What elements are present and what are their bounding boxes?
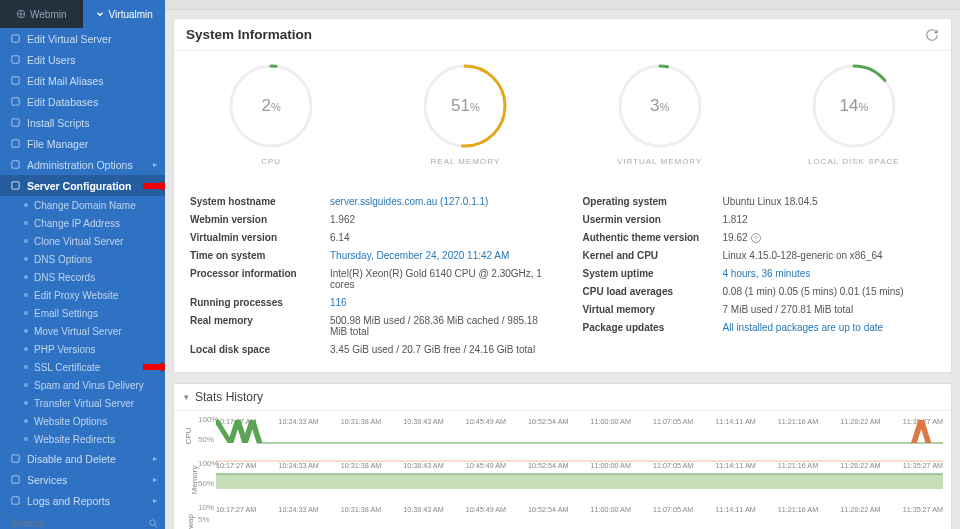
sidebar-item-label: Logs and Reports xyxy=(27,495,110,507)
stats-area: CPU 100%50% 10:17:27 AM10:24:33 AM10:31:… xyxy=(174,411,951,529)
sidebar-sub-3[interactable]: DNS Options xyxy=(0,250,165,268)
webmin-icon xyxy=(16,9,26,19)
search-input[interactable] xyxy=(10,517,142,529)
info-value: Ubuntu Linux 18.04.5 xyxy=(723,196,818,207)
gauge-local-disk-space: 14% LOCAL DISK SPACE xyxy=(757,61,951,166)
info-value: Linux 4.15.0-128-generic on x86_64 xyxy=(723,250,883,261)
svg-rect-4 xyxy=(12,98,19,105)
red-arrow-annotation xyxy=(143,183,165,189)
gauge-real-memory: 51% REAL MEMORY xyxy=(368,61,562,166)
info-key: Virtualmin version xyxy=(190,232,330,243)
info-link[interactable]: Thursday, December 24, 2020 11:42 AM xyxy=(330,250,509,261)
sidebar-item-2[interactable]: Edit Mail Aliases xyxy=(0,70,165,91)
chevron-right-icon: ▸ xyxy=(153,496,157,505)
refresh-icon[interactable] xyxy=(925,28,939,42)
sidebar-sub-4[interactable]: DNS Records xyxy=(0,268,165,286)
sidebar-sub-13[interactable]: Website Redirects xyxy=(0,430,165,448)
info-link[interactable]: 116 xyxy=(330,297,347,308)
sidebar-item-3[interactable]: Edit Databases xyxy=(0,91,165,112)
sidebar-sub-10[interactable]: Spam and Virus Delivery xyxy=(0,376,165,394)
sidebar-item-0[interactable]: Edit Virtual Server xyxy=(0,28,165,49)
bullet-icon xyxy=(24,293,28,297)
sidebar-sub-label: Spam and Virus Delivery xyxy=(34,380,144,391)
bullet-icon xyxy=(24,347,28,351)
info-link[interactable]: server.sslguides.com.au (127.0.1.1) xyxy=(330,196,488,207)
info-link[interactable]: 4 hours, 36 minutes xyxy=(723,268,811,279)
sidebar-sub-label: Move Virtual Server xyxy=(34,326,122,337)
tab-webmin[interactable]: Webmin xyxy=(0,0,83,28)
sidebar-sub-label: DNS Options xyxy=(34,254,92,265)
info-link[interactable]: All installed packages are up to date xyxy=(723,322,884,333)
tab-virtualmin[interactable]: Virtualmin xyxy=(83,0,166,28)
info-value: 116 xyxy=(330,297,347,308)
stats-ylabel: CPU xyxy=(184,428,193,445)
sidebar-item-label: Administration Options xyxy=(27,159,133,171)
sidebar-sub-7[interactable]: Move Virtual Server xyxy=(0,322,165,340)
info-key: System uptime xyxy=(583,268,723,279)
info-row: Local disk space3.45 GiB used / 20.7 GiB… xyxy=(190,340,543,358)
sidebar-item2-2[interactable]: Logs and Reports▸ xyxy=(0,490,165,511)
sidebar-sub-9[interactable]: SSL Certificate xyxy=(0,358,165,376)
info-key: Kernel and CPU xyxy=(583,250,723,261)
info-value: Intel(R) Xeon(R) Gold 6140 CPU @ 2.30GHz… xyxy=(330,268,543,290)
chevron-down-icon xyxy=(95,9,105,19)
sidebar-sub-1[interactable]: Change IP Address xyxy=(0,214,165,232)
sidebar-item2-1[interactable]: Services▸ xyxy=(0,469,165,490)
sidebar-item-6[interactable]: Administration Options▸ xyxy=(0,154,165,175)
sidebar-sub-label: Clone Virtual Server xyxy=(34,236,123,247)
sidebar-sub-6[interactable]: Email Settings xyxy=(0,304,165,322)
info-key: CPU load averages xyxy=(583,286,723,297)
info-key: Webmin version xyxy=(190,214,330,225)
help-icon[interactable]: ? xyxy=(751,233,761,243)
info-row: Running processes116 xyxy=(190,293,543,311)
sidebar-sub-12[interactable]: Website Options xyxy=(0,412,165,430)
svg-rect-7 xyxy=(12,161,19,168)
sidebar-sub-5[interactable]: Edit Proxy Website xyxy=(0,286,165,304)
sidebar-item-label: Edit Databases xyxy=(27,96,98,108)
search-row xyxy=(0,511,165,529)
sidebar-sub-2[interactable]: Clone Virtual Server xyxy=(0,232,165,250)
sidebar-item-label: Services xyxy=(27,474,67,486)
stats-row-memory: Memory 100%50% 10:17:27 AM10:24:33 AM10:… xyxy=(198,459,943,501)
gauge-dial: 14% xyxy=(809,61,899,151)
search-icon[interactable] xyxy=(148,518,159,529)
info-value: All installed packages are up to date xyxy=(723,322,884,333)
sidebar-item-label: Edit Virtual Server xyxy=(27,33,111,45)
info-value: 1.962 xyxy=(330,214,355,225)
sidebar-sub-11[interactable]: Transfer Virtual Server xyxy=(0,394,165,412)
svg-point-12 xyxy=(150,519,156,525)
sidebar-sub-8[interactable]: PHP Versions xyxy=(0,340,165,358)
bullet-icon xyxy=(24,365,28,369)
info-col-left: System hostnameserver.sslguides.com.au (… xyxy=(190,192,543,358)
sidebar-item-7[interactable]: Server Configuration▸ xyxy=(0,175,165,196)
sidebar-item-label: Edit Mail Aliases xyxy=(27,75,103,87)
info-row: Usermin version1.812 xyxy=(583,210,936,228)
sidebar-sub-0[interactable]: Change Domain Name xyxy=(0,196,165,214)
info-col-right: Operating systemUbuntu Linux 18.04.5User… xyxy=(583,192,936,358)
sidebar-item-5[interactable]: File Manager xyxy=(0,133,165,154)
gauge-virtual-memory: 3% VIRTUAL MEMORY xyxy=(563,61,757,166)
sidebar-item-label: Disable and Delete xyxy=(27,453,116,465)
info-key: Time on system xyxy=(190,250,330,261)
sidebar-sub-label: PHP Versions xyxy=(34,344,96,355)
stats-header[interactable]: ▾ Stats History xyxy=(174,384,951,411)
info-value: 500.98 MiB used / 268.36 MiB cached / 98… xyxy=(330,315,543,337)
info-row: Time on systemThursday, December 24, 202… xyxy=(190,246,543,264)
bullet-icon xyxy=(24,383,28,387)
info-value: 4 hours, 36 minutes xyxy=(723,268,811,279)
svg-rect-8 xyxy=(12,182,19,189)
sidebar-item-1[interactable]: Edit Users xyxy=(0,49,165,70)
sidebar-item-4[interactable]: Install Scripts xyxy=(0,112,165,133)
tab-webmin-label: Webmin xyxy=(30,9,67,20)
bullet-icon xyxy=(24,401,28,405)
info-key: Local disk space xyxy=(190,344,330,355)
tab-virtualmin-label: Virtualmin xyxy=(109,9,153,20)
bullet-icon xyxy=(24,239,28,243)
sidebar-sub-label: Change IP Address xyxy=(34,218,120,229)
gauge-dial: 51% xyxy=(420,61,510,151)
info-row: Virtualmin version6.14 xyxy=(190,228,543,246)
sidebar-item2-0[interactable]: Disable and Delete▸ xyxy=(0,448,165,469)
sidebar-sub-label: Email Settings xyxy=(34,308,98,319)
gauge-dial: 3% xyxy=(615,61,705,151)
info-value: 7 MiB used / 270.81 MiB total xyxy=(723,304,854,315)
